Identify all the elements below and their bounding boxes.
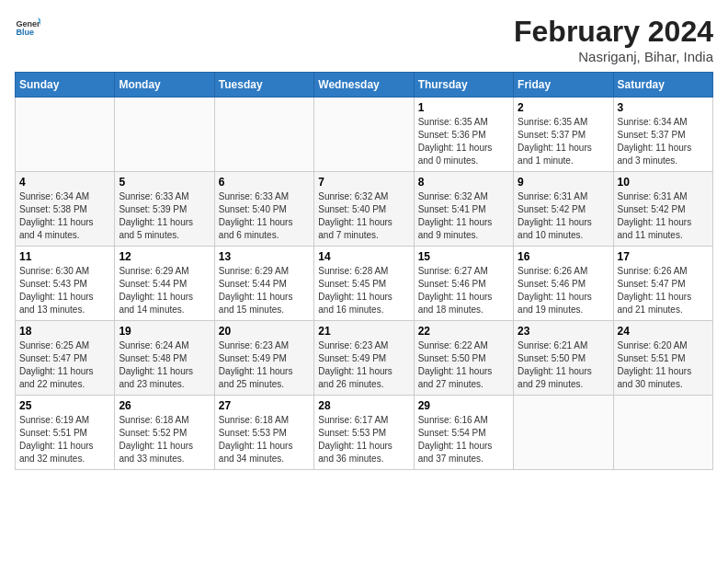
day-number: 17 [618, 250, 709, 263]
calendar-cell: 1Sunrise: 6:35 AMSunset: 5:36 PMDaylight… [414, 98, 513, 172]
calendar-body: 1Sunrise: 6:35 AMSunset: 5:36 PMDaylight… [16, 98, 713, 470]
day-info: Sunrise: 6:24 AMSunset: 5:48 PMDaylight:… [119, 339, 210, 391]
day-header-friday: Friday [514, 73, 613, 98]
day-info: Sunrise: 6:27 AMSunset: 5:46 PMDaylight:… [418, 265, 509, 316]
calendar-cell: 14Sunrise: 6:28 AMSunset: 5:45 PMDayligh… [314, 247, 414, 321]
day-info: Sunrise: 6:29 AMSunset: 5:44 PMDaylight:… [119, 265, 210, 316]
day-info: Sunrise: 6:35 AMSunset: 5:36 PMDaylight:… [418, 116, 509, 167]
calendar-cell: 29Sunrise: 6:16 AMSunset: 5:54 PMDayligh… [414, 396, 513, 470]
logo-icon: General Blue [15, 15, 40, 40]
calendar-week-5: 25Sunrise: 6:19 AMSunset: 5:51 PMDayligh… [16, 396, 713, 470]
calendar-cell: 4Sunrise: 6:34 AMSunset: 5:38 PMDaylight… [16, 172, 115, 247]
calendar-cell [314, 98, 414, 172]
day-info: Sunrise: 6:16 AMSunset: 5:54 PMDaylight:… [418, 414, 509, 465]
day-info: Sunrise: 6:17 AMSunset: 5:53 PMDaylight:… [318, 414, 409, 465]
day-info: Sunrise: 6:26 AMSunset: 5:47 PMDaylight:… [618, 265, 709, 316]
day-number: 11 [19, 250, 110, 263]
calendar-cell: 17Sunrise: 6:26 AMSunset: 5:47 PMDayligh… [613, 247, 712, 321]
calendar-cell: 12Sunrise: 6:29 AMSunset: 5:44 PMDayligh… [115, 247, 214, 321]
day-number: 2 [518, 101, 609, 114]
calendar-cell: 16Sunrise: 6:26 AMSunset: 5:46 PMDayligh… [514, 247, 613, 321]
page-header: General Blue February 2024 Nasriganj, Bi… [15, 15, 713, 64]
calendar-cell: 10Sunrise: 6:31 AMSunset: 5:42 PMDayligh… [613, 172, 712, 247]
day-info: Sunrise: 6:33 AMSunset: 5:40 PMDaylight:… [219, 190, 310, 242]
location: Nasriganj, Bihar, India [514, 49, 713, 64]
day-number: 19 [119, 325, 210, 338]
calendar-cell: 13Sunrise: 6:29 AMSunset: 5:44 PMDayligh… [214, 247, 313, 321]
day-info: Sunrise: 6:19 AMSunset: 5:51 PMDaylight:… [19, 414, 110, 465]
day-number: 14 [318, 250, 409, 263]
day-number: 13 [219, 250, 310, 263]
calendar-cell: 8Sunrise: 6:32 AMSunset: 5:41 PMDaylight… [414, 172, 513, 247]
calendar-header-row: SundayMondayTuesdayWednesdayThursdayFrid… [16, 73, 713, 98]
calendar-cell: 28Sunrise: 6:17 AMSunset: 5:53 PMDayligh… [314, 396, 414, 470]
day-header-saturday: Saturday [613, 73, 712, 98]
day-number: 25 [19, 399, 110, 412]
day-info: Sunrise: 6:20 AMSunset: 5:51 PMDaylight:… [618, 339, 709, 391]
day-info: Sunrise: 6:22 AMSunset: 5:50 PMDaylight:… [418, 339, 509, 391]
day-number: 7 [318, 176, 409, 189]
day-header-sunday: Sunday [16, 73, 115, 98]
day-number: 29 [418, 399, 509, 412]
calendar-cell: 3Sunrise: 6:34 AMSunset: 5:37 PMDaylight… [613, 98, 712, 172]
day-info: Sunrise: 6:23 AMSunset: 5:49 PMDaylight:… [318, 339, 409, 391]
day-info: Sunrise: 6:31 AMSunset: 5:42 PMDaylight:… [618, 190, 709, 242]
calendar-cell: 11Sunrise: 6:30 AMSunset: 5:43 PMDayligh… [16, 247, 115, 321]
calendar-week-2: 4Sunrise: 6:34 AMSunset: 5:38 PMDaylight… [16, 172, 713, 247]
calendar-cell: 7Sunrise: 6:32 AMSunset: 5:40 PMDaylight… [314, 172, 414, 247]
day-info: Sunrise: 6:30 AMSunset: 5:43 PMDaylight:… [19, 265, 110, 316]
calendar-cell [115, 98, 214, 172]
day-number: 12 [119, 250, 210, 263]
day-number: 26 [119, 399, 210, 412]
calendar-cell: 22Sunrise: 6:22 AMSunset: 5:50 PMDayligh… [414, 321, 513, 396]
calendar-cell: 25Sunrise: 6:19 AMSunset: 5:51 PMDayligh… [16, 396, 115, 470]
day-number: 23 [518, 325, 609, 338]
svg-text:General: General [16, 19, 40, 29]
title-block: February 2024 Nasriganj, Bihar, India [514, 15, 713, 64]
day-info: Sunrise: 6:18 AMSunset: 5:53 PMDaylight:… [219, 414, 310, 465]
day-number: 18 [19, 325, 110, 338]
day-info: Sunrise: 6:28 AMSunset: 5:45 PMDaylight:… [318, 265, 409, 316]
calendar-week-4: 18Sunrise: 6:25 AMSunset: 5:47 PMDayligh… [16, 321, 713, 396]
day-number: 9 [518, 176, 609, 189]
day-number: 1 [418, 101, 509, 114]
svg-text:Blue: Blue [16, 28, 34, 37]
calendar-cell: 23Sunrise: 6:21 AMSunset: 5:50 PMDayligh… [514, 321, 613, 396]
day-info: Sunrise: 6:21 AMSunset: 5:50 PMDaylight:… [518, 339, 609, 391]
day-number: 15 [418, 250, 509, 263]
day-header-monday: Monday [115, 73, 214, 98]
day-number: 28 [318, 399, 409, 412]
day-info: Sunrise: 6:23 AMSunset: 5:49 PMDaylight:… [219, 339, 310, 391]
calendar-cell: 18Sunrise: 6:25 AMSunset: 5:47 PMDayligh… [16, 321, 115, 396]
day-number: 3 [618, 101, 709, 114]
day-info: Sunrise: 6:35 AMSunset: 5:37 PMDaylight:… [518, 116, 609, 167]
calendar-cell: 20Sunrise: 6:23 AMSunset: 5:49 PMDayligh… [214, 321, 313, 396]
calendar-cell [514, 396, 613, 470]
day-number: 6 [219, 176, 310, 189]
day-info: Sunrise: 6:31 AMSunset: 5:42 PMDaylight:… [518, 190, 609, 242]
day-header-tuesday: Tuesday [214, 73, 313, 98]
day-number: 24 [618, 325, 709, 338]
day-info: Sunrise: 6:32 AMSunset: 5:41 PMDaylight:… [418, 190, 509, 242]
calendar-cell: 9Sunrise: 6:31 AMSunset: 5:42 PMDaylight… [514, 172, 613, 247]
calendar-cell: 26Sunrise: 6:18 AMSunset: 5:52 PMDayligh… [115, 396, 214, 470]
day-header-wednesday: Wednesday [314, 73, 414, 98]
day-number: 5 [119, 176, 210, 189]
calendar-cell: 19Sunrise: 6:24 AMSunset: 5:48 PMDayligh… [115, 321, 214, 396]
calendar-table: SundayMondayTuesdayWednesdayThursdayFrid… [15, 72, 713, 470]
calendar-cell [16, 98, 115, 172]
day-info: Sunrise: 6:34 AMSunset: 5:38 PMDaylight:… [19, 190, 110, 242]
calendar-week-1: 1Sunrise: 6:35 AMSunset: 5:36 PMDaylight… [16, 98, 713, 172]
day-info: Sunrise: 6:33 AMSunset: 5:39 PMDaylight:… [119, 190, 210, 242]
calendar-cell: 5Sunrise: 6:33 AMSunset: 5:39 PMDaylight… [115, 172, 214, 247]
calendar-cell: 27Sunrise: 6:18 AMSunset: 5:53 PMDayligh… [214, 396, 313, 470]
calendar-cell: 24Sunrise: 6:20 AMSunset: 5:51 PMDayligh… [613, 321, 712, 396]
day-number: 20 [219, 325, 310, 338]
month-title: February 2024 [514, 15, 713, 49]
calendar-cell: 6Sunrise: 6:33 AMSunset: 5:40 PMDaylight… [214, 172, 313, 247]
day-number: 8 [418, 176, 509, 189]
calendar-cell [214, 98, 313, 172]
day-number: 21 [318, 325, 409, 338]
calendar-week-3: 11Sunrise: 6:30 AMSunset: 5:43 PMDayligh… [16, 247, 713, 321]
logo: General Blue [15, 15, 40, 40]
